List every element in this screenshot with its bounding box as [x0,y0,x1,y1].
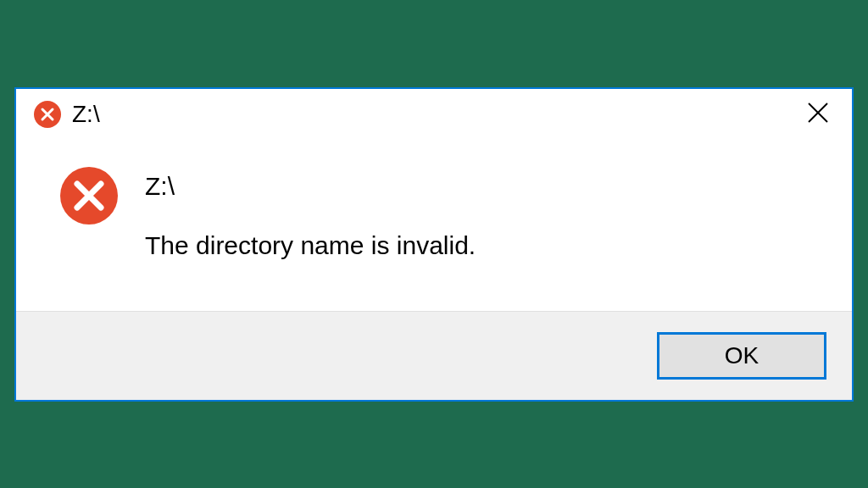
error-icon [33,100,62,129]
titlebar: Z:\ [16,89,852,140]
dialog-title: Z:\ [72,101,100,128]
error-dialog: Z:\ Z:\ The directory name is invalid. O [14,87,854,402]
dialog-message: The directory name is invalid. [145,231,476,260]
close-icon [806,101,830,128]
dialog-body: Z:\ The directory name is invalid. [16,140,852,311]
dialog-footer: OK [16,311,852,400]
titlebar-left: Z:\ [33,100,100,129]
close-button[interactable] [801,97,835,131]
dialog-heading: Z:\ [145,172,476,201]
ok-button[interactable]: OK [657,332,826,380]
error-icon [58,165,120,226]
dialog-text: Z:\ The directory name is invalid. [145,165,476,260]
